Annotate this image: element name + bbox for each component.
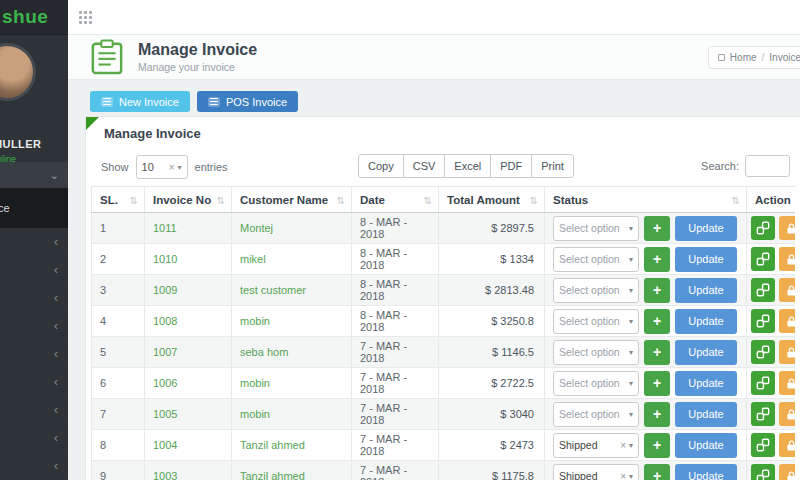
customer-name-link[interactable]: Montej — [240, 222, 273, 234]
export-copy-button[interactable]: Copy — [358, 154, 404, 178]
grid-menu-icon[interactable] — [79, 11, 92, 24]
sl-cell: 2 — [92, 244, 145, 275]
new-invoice-button[interactable]: New Invoice — [90, 91, 190, 112]
invoice-no-link[interactable]: 1011 — [153, 222, 177, 234]
link-action-button[interactable] — [751, 247, 775, 271]
link-action-button[interactable] — [751, 278, 775, 302]
breadcrumb-invoice[interactable]: Invoice — [769, 52, 800, 63]
column-header-action: Action — [747, 187, 796, 213]
sidebar-item[interactable]: ‹ — [0, 368, 68, 396]
customer-name-link[interactable]: mobin — [240, 408, 270, 420]
lock-action-button[interactable] — [779, 433, 795, 457]
export-excel-button[interactable]: Excel — [444, 154, 491, 178]
lock-action-button[interactable] — [779, 278, 795, 302]
status-select[interactable]: Select option▾ — [553, 340, 639, 365]
sidebar-collapse-toggle[interactable]: ⌄ — [0, 162, 68, 188]
add-status-button[interactable]: + — [644, 247, 670, 272]
customer-name-link[interactable]: seba hom — [240, 346, 288, 358]
link-action-button[interactable] — [751, 340, 775, 364]
update-button[interactable]: Update — [675, 433, 737, 458]
column-header-status[interactable]: Status⇅ — [545, 187, 747, 213]
update-button[interactable]: Update — [675, 464, 737, 480]
update-button[interactable]: Update — [675, 216, 737, 241]
link-action-button[interactable] — [751, 371, 775, 395]
lock-action-button[interactable] — [779, 371, 795, 395]
update-button[interactable]: Update — [675, 402, 737, 427]
update-button[interactable]: Update — [675, 247, 737, 272]
update-button[interactable]: Update — [675, 278, 737, 303]
link-action-button[interactable] — [751, 433, 775, 457]
column-header-date[interactable]: Date⇅ — [352, 187, 439, 213]
invoice-no-link[interactable]: 1003 — [153, 470, 177, 480]
invoice-no-link[interactable]: 1005 — [153, 408, 177, 420]
action-cell — [747, 213, 796, 244]
lock-action-button[interactable] — [779, 247, 795, 271]
column-header-customer-name[interactable]: Customer Name⇅ — [232, 187, 352, 213]
sidebar-item[interactable]: ‹ — [0, 340, 68, 368]
sidebar-item-manage-invoice[interactable]: Manage Invoice — [0, 188, 68, 228]
pos-invoice-button[interactable]: POS Invoice — [197, 91, 298, 112]
customer-name-link[interactable]: mikel — [240, 253, 266, 265]
column-header-invoice-no[interactable]: Invoice No⇅ — [145, 187, 232, 213]
status-select[interactable]: Shipped×▾ — [553, 433, 639, 458]
clear-selection-icon[interactable]: × — [620, 440, 626, 451]
status-select[interactable]: Select option▾ — [553, 309, 639, 334]
export-pdf-button[interactable]: PDF — [490, 154, 532, 178]
sidebar-item[interactable]: ‹ — [0, 312, 68, 340]
status-select[interactable]: Select option▾ — [553, 216, 639, 241]
add-status-button[interactable]: + — [644, 278, 670, 303]
customer-name-link[interactable]: mobin — [240, 315, 270, 327]
add-status-button[interactable]: + — [644, 402, 670, 427]
add-status-button[interactable]: + — [644, 309, 670, 334]
status-select[interactable]: Select option▾ — [553, 247, 639, 272]
sidebar-item[interactable]: ‹ — [0, 256, 68, 284]
lock-action-button[interactable] — [779, 464, 795, 480]
sidebar-item[interactable]: ‹ — [0, 284, 68, 312]
link-action-button[interactable] — [751, 464, 775, 480]
add-status-button[interactable]: + — [644, 340, 670, 365]
sidebar-item[interactable]: ‹ — [0, 452, 68, 480]
link-action-button[interactable] — [751, 309, 775, 333]
lock-action-button[interactable] — [779, 340, 795, 364]
link-action-button[interactable] — [751, 216, 775, 240]
customer-name-link[interactable]: test customer — [240, 284, 306, 296]
sidebar-item[interactable]: ‹ — [0, 424, 68, 452]
sidebar-item[interactable]: ‹ — [0, 228, 68, 256]
invoice-no-link[interactable]: 1004 — [153, 439, 177, 451]
add-status-button[interactable]: + — [644, 433, 670, 458]
sidebar-item[interactable]: ‹ — [0, 396, 68, 424]
clear-selection-icon[interactable]: × — [620, 471, 626, 480]
export-csv-button[interactable]: CSV — [403, 154, 446, 178]
invoice-no-link[interactable]: 1008 — [153, 315, 177, 327]
invoice-no-link[interactable]: 1010 — [153, 253, 177, 265]
clear-selection-icon[interactable]: × — [169, 162, 175, 173]
status-select[interactable]: Select option▾ — [553, 402, 639, 427]
column-header-total-amount[interactable]: Total Amount⇅ — [439, 187, 545, 213]
customer-name-link[interactable]: mobin — [240, 377, 270, 389]
update-button[interactable]: Update — [675, 309, 737, 334]
invoice-no-link[interactable]: 1007 — [153, 346, 177, 358]
page-length-select[interactable]: 10 × ▾ — [136, 155, 188, 179]
status-select[interactable]: Shipped×▾ — [553, 464, 639, 480]
breadcrumb-home[interactable]: Home — [730, 52, 757, 63]
link-action-button[interactable] — [751, 402, 775, 426]
status-select[interactable]: Select option▾ — [553, 278, 639, 303]
add-status-button[interactable]: + — [644, 216, 670, 241]
add-status-button[interactable]: + — [644, 464, 670, 480]
invoice-no-cell: 1009 — [145, 275, 232, 306]
export-print-button[interactable]: Print — [531, 154, 574, 178]
column-header-sl[interactable]: SL.⇅ — [92, 187, 145, 213]
lock-action-button[interactable] — [779, 216, 795, 240]
page-title-block: Manage Invoice Manage your invoice — [138, 41, 257, 73]
lock-action-button[interactable] — [779, 402, 795, 426]
search-input[interactable] — [745, 155, 790, 177]
invoice-no-link[interactable]: 1009 — [153, 284, 177, 296]
status-select[interactable]: Select option▾ — [553, 371, 639, 396]
invoice-no-link[interactable]: 1006 — [153, 377, 177, 389]
customer-name-link[interactable]: Tanzil ahmed — [240, 470, 305, 480]
update-button[interactable]: Update — [675, 340, 737, 365]
update-button[interactable]: Update — [675, 371, 737, 396]
add-status-button[interactable]: + — [644, 371, 670, 396]
lock-action-button[interactable] — [779, 309, 795, 333]
customer-name-link[interactable]: Tanzil ahmed — [240, 439, 305, 451]
